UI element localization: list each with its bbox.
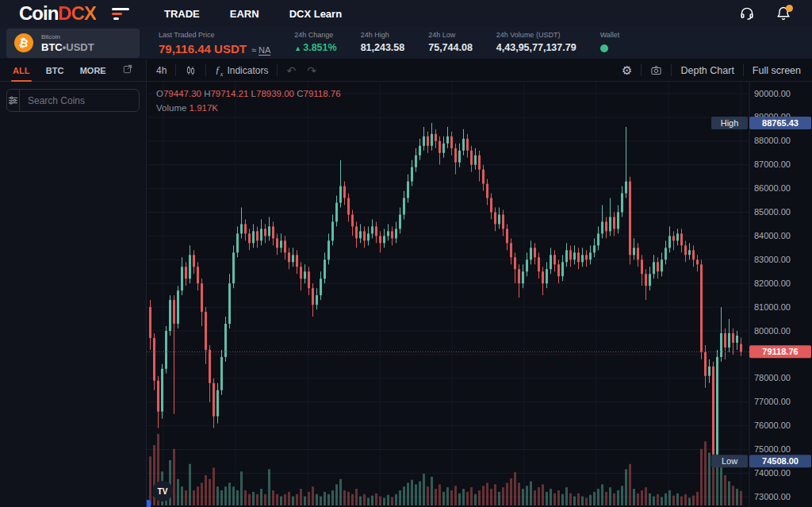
chart-section: 4h ƒx Indicators ↶ ↷ ⚙ Depth Chart [147,60,812,507]
up-arrow-icon: ▲ [294,44,301,52]
logo-text-dcx: DCX [58,4,96,23]
indicators-button[interactable]: ƒx Indicators [215,63,268,78]
ohlc-legend: O79447.30 H79714.21 L78939.00 C79118.76 … [156,87,341,116]
support-headset-icon[interactable] [739,6,755,21]
svg-text:Low: Low [722,456,737,466]
svg-text:90000.00: 90000.00 [754,89,791,98]
volume-value: 4,43,95,77,137.79 [496,42,576,53]
pair-symbol: BTC•USDT [41,41,94,53]
svg-text:84000.00: 84000.00 [754,231,791,240]
tab-more[interactable]: MORE [80,60,106,82]
svg-text:85000.00: 85000.00 [754,207,791,217]
svg-text:78000.00: 78000.00 [754,373,791,382]
popout-icon[interactable] [122,63,133,78]
price-chart-panel[interactable]: O79447.30 H79714.21 L78939.00 C79118.76 … [147,82,812,507]
brand-mark-icon [112,8,131,20]
redo-icon[interactable]: ↷ [307,64,316,77]
svg-text:83000.00: 83000.00 [754,255,791,264]
stat-24h-high: 24h High 81,243.58 [361,31,405,56]
svg-text:88765.43: 88765.43 [762,118,799,128]
candlesticks [149,123,742,461]
stats-fields: Last Traded Price 79,116.44 USDT≈ NA 24h… [159,31,619,56]
svg-text:High: High [721,118,739,128]
filter-sliders-icon [7,90,20,111]
change-value: 3.851% [303,42,336,53]
interval-button[interactable]: 4h [156,65,167,76]
svg-text:88000.00: 88000.00 [754,136,791,145]
stat-24h-change: 24h Change ▲3.851% [294,31,336,56]
svg-text:80000.00: 80000.00 [754,326,791,336]
chart-settings-gear-icon[interactable]: ⚙ [622,63,632,78]
last-price-value: 79,116.44 USDT [159,42,247,56]
coin-list-sidebar: ALL BTC MORE [0,60,147,507]
svg-text:86000.00: 86000.00 [754,183,791,193]
tradingview-logo[interactable]: TV [152,481,173,501]
market-stats-bar: ₿ Bitcoin BTC•USDT Last Traded Price 79,… [0,27,812,60]
notification-dot [786,5,793,12]
svg-text:73000.00: 73000.00 [754,492,791,501]
undo-icon[interactable]: ↶ [286,64,296,77]
svg-text:81000.00: 81000.00 [754,302,791,312]
tab-all[interactable]: ALL [13,60,29,82]
stat-24h-volume: 24h Volume (USDT) 4,43,95,77,137.79 [496,31,576,56]
pair-selector[interactable]: ₿ Bitcoin BTC•USDT [6,29,140,58]
stat-24h-low: 24h Low 75,744.08 [428,31,473,56]
svg-text:TV: TV [158,487,168,496]
candlestick-chart[interactable]: 90000.0089000.0088000.0087000.0086000.00… [147,82,812,507]
toolbar-right: ⚙ Depth Chart Full screen [622,63,801,78]
chart-style-candles-icon[interactable] [185,64,197,76]
snapshot-camera-icon[interactable] [650,64,662,76]
main-menu: TRADE EARN DCX Learn [164,8,342,20]
menu-item-trade[interactable]: TRADE [164,8,200,20]
top-nav: CoinDCX TRADE EARN DCX Learn L [0,0,812,27]
fx-icon: ƒx [215,63,223,78]
high-value: 81,243.58 [361,42,405,53]
tab-btc[interactable]: BTC [46,60,64,82]
volume-bars [149,430,742,505]
full-screen-button[interactable]: Full screen [753,65,801,76]
svg-text:82000.00: 82000.00 [754,278,791,288]
svg-text:74000.00: 74000.00 [754,468,791,478]
approx-fiat-value: ≈ NA [251,45,270,55]
svg-text:76000.00: 76000.00 [754,421,791,430]
chart-toolbar: 4h ƒx Indicators ↶ ↷ ⚙ Depth Chart [147,60,812,82]
stat-wallet: Wallet [600,31,620,56]
svg-text:79118.76: 79118.76 [762,347,798,356]
menu-item-earn[interactable]: EARN [230,8,259,20]
low-value: 75,744.08 [428,42,473,53]
svg-text:75000.00: 75000.00 [754,444,791,454]
svg-text:74508.00: 74508.00 [762,456,799,466]
nav-right: L [739,0,812,27]
coin-name: Bitcoin [41,33,94,40]
notifications-bell-icon[interactable] [776,6,791,21]
volume-legend-row: Volume 1.917K [156,102,341,115]
price-axis: 90000.0089000.0088000.0087000.0086000.00… [754,89,791,501]
depth-chart-button[interactable]: Depth Chart [680,65,733,76]
last-price-badge: 79118.76 [749,345,811,358]
low-badge: Low74508.00 [711,455,811,467]
high-badge: High88765.43 [711,117,811,129]
menu-item-dcx-learn[interactable]: DCX Learn [289,8,342,20]
scroll-corner-handle[interactable] [147,500,151,507]
sidebar-tabs: ALL BTC MORE [0,60,146,82]
ohlc-row: O79447.30 H79714.21 L78939.00 C79118.76 [156,87,341,101]
svg-text:77000.00: 77000.00 [754,397,791,406]
bitcoin-icon: ₿ [13,32,35,54]
search-input[interactable] [20,95,159,106]
coin-search-box[interactable] [6,89,140,112]
logo-text-coin: Coin [19,4,58,23]
stat-last-traded-price: Last Traded Price 79,116.44 USDT≈ NA [159,31,270,56]
wallet-status-dot[interactable] [600,44,608,52]
coindcx-logo[interactable]: CoinDCX [19,4,96,23]
svg-text:87000.00: 87000.00 [754,159,791,169]
